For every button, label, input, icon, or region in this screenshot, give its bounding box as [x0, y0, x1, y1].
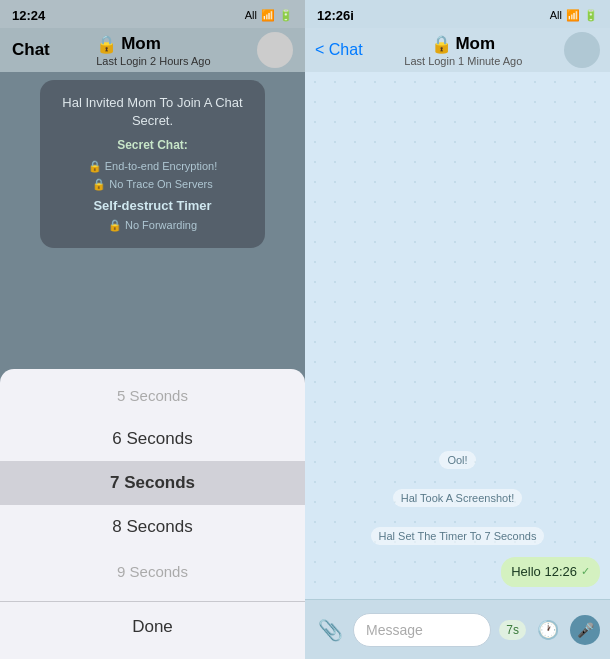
right-chat-area: Ool! Hal Took A Screenshot! Hal Set The … [305, 72, 610, 599]
left-time: 12:24 [12, 8, 45, 23]
right-avatar [564, 32, 600, 68]
right-status-bar: 12:26i All 📶 🔋 [305, 0, 610, 28]
right-signal: All [550, 9, 562, 21]
feature-encryption: 🔒 End-to-end Encryption! [54, 158, 251, 176]
left-avatar [257, 32, 293, 68]
chat-label: Chat [12, 40, 50, 59]
system-msg-screenshot-text: Hal Took A Screenshot! [393, 489, 523, 507]
invite-title: Hal Invited Mom To Join A Chat Secret. [54, 94, 251, 130]
right-subtitle: Last Login 1 Minute Ago [371, 55, 556, 67]
system-msg-timer-text: Hal Set The Timer To 7 Seconds [371, 527, 545, 545]
battery-icon: 🔋 [279, 9, 293, 22]
system-msg-ool-text: Ool! [439, 451, 475, 469]
picker-item-6[interactable]: 6 Seconds [0, 417, 305, 461]
picker-items-list: 5 Seconds 6 Seconds 7 Seconds 8 Seconds … [0, 369, 305, 597]
back-button[interactable]: < Chat [315, 41, 363, 59]
message-input[interactable]: Message [353, 613, 491, 647]
chat-title: Chat [12, 40, 50, 60]
timer-badge[interactable]: 7s [499, 620, 526, 640]
picker-item-5[interactable]: 5 Seconds [0, 373, 305, 417]
right-status-icons: All 📶 🔋 [550, 9, 598, 22]
left-nav-bar: Chat 🔒 Mom Last Login 2 Hours Ago [0, 28, 305, 72]
right-wifi: 📶 [566, 9, 580, 22]
signal-icon: All [245, 9, 257, 21]
right-nav-bar: < Chat 🔒 Mom Last Login 1 Minute Ago [305, 28, 610, 72]
right-nav-center: 🔒 Mom Last Login 1 Minute Ago [371, 34, 556, 67]
invite-bubble: Hal Invited Mom To Join A Chat Secret. S… [40, 80, 265, 248]
picker-item-7[interactable]: 7 Seconds [0, 461, 305, 505]
feature-forwarding: 🔒 No Forwarding [54, 217, 251, 235]
audio-icon: 🎤 [577, 622, 594, 638]
right-panel: 12:26i All 📶 🔋 < Chat 🔒 Mom Last Login 1… [305, 0, 610, 659]
attach-icon: 📎 [318, 618, 343, 642]
right-lock-icon: 🔒 [431, 34, 452, 55]
picker-item-9[interactable]: 9 Seconds [0, 549, 305, 593]
picker-item-8[interactable]: 8 Seconds [0, 505, 305, 549]
left-status-bar: 12:24 All 📶 🔋 [0, 0, 305, 28]
right-battery: 🔋 [584, 9, 598, 22]
picker-done-button[interactable]: Done [0, 601, 305, 651]
input-bar: 📎 Message 7s 🕐 🎤 [305, 599, 610, 659]
attach-button[interactable]: 📎 [315, 615, 345, 645]
wifi-icon: 📶 [261, 9, 275, 22]
outgoing-message: Hello 12:26 ✓ [501, 557, 600, 587]
secret-label: Secret Chat: [54, 138, 251, 152]
right-time: 12:26i [317, 8, 354, 23]
right-contact-name: 🔒 Mom [371, 34, 556, 55]
system-msg-screenshot: Hal Took A Screenshot! [315, 485, 600, 511]
contact-name-left: 🔒 Mom [96, 34, 210, 55]
left-nav-center: 🔒 Mom Last Login 2 Hours Ago [96, 34, 210, 67]
left-status-icons: All 📶 🔋 [245, 9, 293, 22]
lock-icon-left: 🔒 [96, 34, 117, 55]
system-msg-ool: Ool! [315, 447, 600, 473]
left-panel: 12:24 All 📶 🔋 Chat 🔒 Mom Last Login 2 Ho… [0, 0, 305, 659]
feature-self-destruct: Self-destruct Timer [54, 198, 251, 213]
message-text: Hello 12:26 [511, 563, 577, 581]
system-msg-timer: Hal Set The Timer To 7 Seconds [315, 523, 600, 549]
clock-icon[interactable]: 🕐 [534, 616, 562, 644]
message-checkmark: ✓ [581, 564, 590, 579]
audio-button[interactable]: 🎤 [570, 615, 600, 645]
messages-area: Ool! Hal Took A Screenshot! Hal Set The … [315, 82, 600, 589]
feature-trace: 🔒 No Trace On Servers [54, 176, 251, 194]
message-placeholder: Message [366, 622, 423, 638]
left-subtitle: Last Login 2 Hours Ago [96, 55, 210, 67]
timer-picker[interactable]: 5 Seconds 6 Seconds 7 Seconds 8 Seconds … [0, 369, 305, 659]
